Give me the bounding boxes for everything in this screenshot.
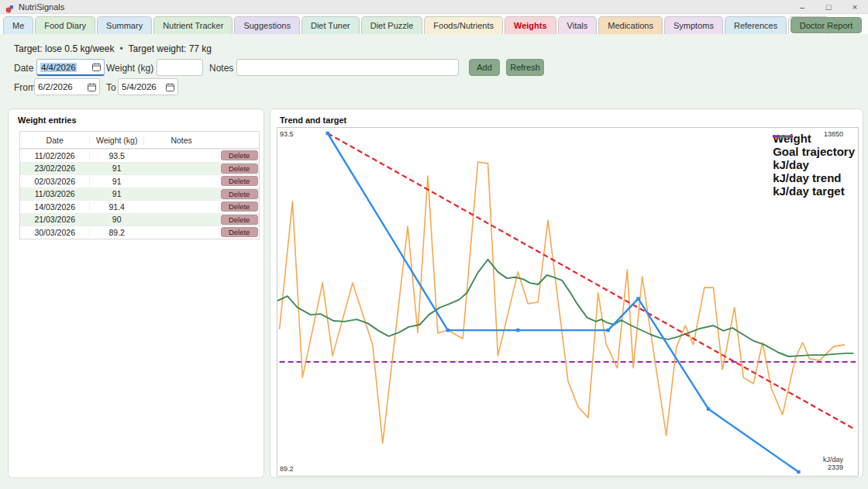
data-point-marker	[446, 329, 450, 332]
series-kj-day-trend	[277, 260, 854, 356]
legend-label: Goal trajectory	[773, 145, 855, 158]
window-title: NutriSignals	[19, 2, 64, 12]
delete-button[interactable]: Delete	[221, 189, 258, 199]
column-header-weight: Weight (kg)	[89, 136, 143, 145]
cell-date: 11/03/2026	[20, 189, 89, 198]
table-row: 30/03/202689.2Delete	[20, 226, 259, 239]
weight-entries-panel: Weight entries Date Weight (kg) Notes 11…	[8, 108, 264, 478]
weight-label: Weight (kg)	[106, 63, 153, 74]
cell-weight: 91.4	[89, 202, 143, 212]
tab-weights[interactable]: Weights	[505, 16, 556, 34]
table-row: 23/02/202691Delete	[20, 162, 259, 175]
doctor-report-button[interactable]: Doctor Report	[790, 17, 862, 33]
cell-action: Delete	[219, 164, 259, 174]
legend-entry: kJ/day trend	[773, 171, 855, 184]
cell-action: Delete	[219, 189, 259, 199]
tab-bar: MeFood DiarySummaryNutrient TrackerSugge…	[0, 14, 868, 34]
cell-date: 14/03/2026	[20, 202, 89, 212]
series-weight	[328, 133, 799, 472]
delete-button[interactable]: Delete	[221, 201, 258, 212]
delete-button[interactable]: Delete	[221, 150, 258, 160]
tab-suggestions[interactable]: Suggestions	[234, 16, 300, 34]
to-date-input[interactable]: 5/4/2026	[118, 78, 178, 95]
weight-entries-title: Weight entries	[18, 115, 77, 125]
legend-label: kJ/day trend	[773, 171, 841, 184]
table-row: 11/02/202693.5Delete	[20, 149, 259, 162]
table-row: 11/03/202691Delete	[20, 188, 259, 201]
chart-canvas	[277, 128, 858, 476]
separator-dot: •	[119, 43, 122, 54]
table-row: 14/03/202691.4Delete	[20, 200, 259, 213]
tab-nutrient-tracker[interactable]: Nutrient Tracker	[153, 16, 232, 34]
data-point-marker	[707, 408, 710, 411]
delete-button[interactable]: Delete	[221, 227, 258, 237]
tab-symptoms[interactable]: Symptoms	[664, 16, 723, 34]
cell-action: Delete	[219, 150, 259, 160]
tab-food-diary[interactable]: Food Diary	[35, 16, 95, 34]
app-icon	[5, 2, 14, 11]
weight-input[interactable]	[157, 59, 203, 76]
data-point-marker	[636, 297, 639, 300]
table-header-row: Date Weight (kg) Notes	[20, 132, 259, 149]
tab-me[interactable]: Me	[3, 16, 33, 34]
weight-axis-max-label: 93.5	[280, 130, 294, 138]
tab-foods-nutrients[interactable]: Foods/Nutrients	[424, 16, 503, 34]
calendar-icon[interactable]	[88, 83, 96, 91]
to-label: To	[106, 82, 116, 93]
cell-weight: 89.2	[89, 228, 143, 237]
tab-references[interactable]: References	[725, 16, 787, 34]
tab-medications[interactable]: Medications	[598, 16, 663, 34]
date-input[interactable]: 4/4/2026	[36, 59, 105, 76]
cell-date: 11/02/2026	[20, 151, 89, 160]
minimize-button[interactable]: –	[789, 0, 815, 14]
calendar-icon[interactable]	[166, 83, 174, 91]
date-label: Date	[14, 63, 33, 74]
weight-axis-min-label: 89.2	[280, 465, 294, 473]
from-date-value: 6/2/2026	[38, 82, 73, 91]
app-window: { "window": { "title": "NutriSignals", "…	[0, 0, 868, 489]
titlebar: NutriSignals – □ ×	[0, 0, 868, 14]
data-point-marker	[516, 329, 519, 332]
tab-vitals[interactable]: Vitals	[558, 16, 598, 34]
cell-date: 23/02/2026	[20, 164, 89, 173]
cell-weight: 90	[89, 215, 143, 224]
trend-title: Trend and target	[280, 115, 346, 125]
cell-weight: 91	[89, 164, 143, 173]
notes-input[interactable]	[236, 59, 459, 76]
cell-weight: 91	[89, 189, 143, 198]
cell-weight: 93.5	[89, 151, 143, 160]
add-button[interactable]: Add	[469, 59, 500, 76]
from-date-input[interactable]: 6/2/2026	[34, 78, 100, 95]
delete-button[interactable]: Delete	[221, 215, 258, 225]
table-row: 21/03/202690Delete	[20, 213, 259, 226]
cell-date: 02/03/2026	[20, 177, 89, 186]
target-weight-text: Target weight: 77 kg	[129, 43, 212, 54]
cell-action: Delete	[219, 201, 259, 212]
legend-swatch-kj-day-target	[773, 132, 793, 141]
to-date-value: 5/4/2026	[122, 82, 157, 91]
cell-weight: 91	[89, 177, 143, 186]
maximize-button[interactable]: □	[815, 0, 842, 14]
target-text: Target: lose 0.5 kg/week	[14, 43, 114, 54]
cell-action: Delete	[219, 176, 259, 186]
data-point-marker	[607, 329, 610, 332]
calendar-icon[interactable]	[92, 63, 101, 71]
tabs: MeFood DiarySummaryNutrient TrackerSugge…	[3, 16, 831, 34]
delete-button[interactable]: Delete	[221, 176, 258, 186]
tab-diet-tuner[interactable]: Diet Tuner	[301, 16, 360, 34]
window-controls: – □ ×	[789, 0, 868, 13]
tab-summary[interactable]: Summary	[97, 16, 152, 34]
legend-entry: kJ/day target	[773, 184, 855, 198]
refresh-button[interactable]: Refresh	[506, 59, 544, 76]
legend-label: kJ/day	[773, 158, 809, 171]
table-row: 02/03/202691Delete	[20, 174, 259, 188]
kj-axis-title-and-min: kJ/day 2339	[823, 456, 843, 471]
delete-button[interactable]: Delete	[221, 164, 258, 174]
from-label: From	[14, 82, 36, 93]
cell-date: 30/03/2026	[20, 228, 89, 237]
cell-action: Delete	[219, 215, 259, 225]
tab-diet-puzzle[interactable]: Diet Puzzle	[361, 16, 423, 34]
notes-label: Notes	[209, 63, 233, 74]
close-button[interactable]: ×	[842, 0, 868, 14]
cell-date: 21/03/2026	[20, 215, 89, 224]
